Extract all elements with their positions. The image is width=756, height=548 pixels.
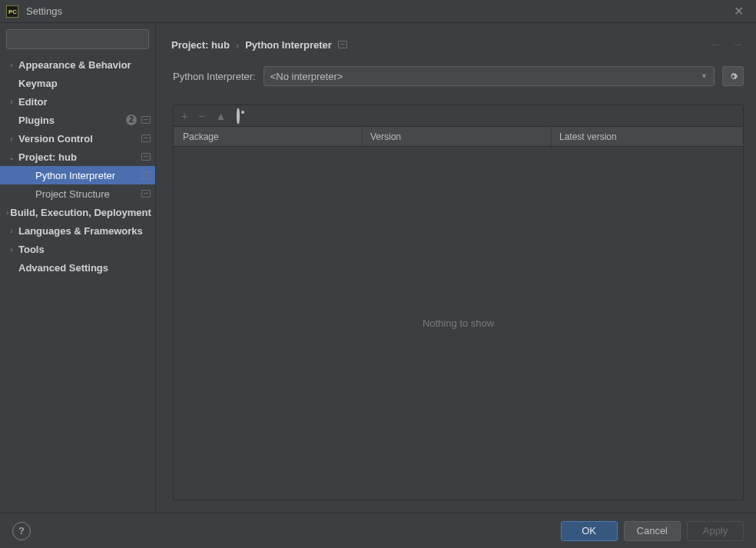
sidebar-item-label: Advanced Settings (18, 262, 151, 274)
sidebar-item-project-hub[interactable]: ⌄Project: hub (0, 148, 155, 166)
interpreter-label: Python Interpreter: (173, 71, 256, 82)
breadcrumb: Project: hub › Python Interpreter (171, 39, 710, 51)
sidebar-item-version-control[interactable]: ›Version Control (0, 129, 155, 148)
sidebar-item-label: Project: hub (18, 151, 140, 163)
gear-icon (728, 71, 739, 82)
app-icon: PC (6, 5, 18, 18)
sidebar-item-project-structure[interactable]: Project Structure (0, 184, 155, 203)
settings-content: Project: hub › Python Interpreter ← → Py… (156, 23, 756, 513)
sidebar-item-python-interpreter[interactable]: Python Interpreter (0, 166, 155, 184)
chevron-right-icon: › (6, 245, 17, 254)
dialog-footer: ? OK Cancel Apply (0, 513, 756, 548)
chevron-down-icon: ▼ (701, 72, 708, 80)
sidebar-item-label: Plugins (18, 115, 126, 126)
remove-package-button: − (198, 110, 204, 122)
packages-empty-text: Nothing to show (174, 147, 743, 500)
sidebar-item-label: Version Control (18, 133, 140, 144)
close-icon[interactable]: ✕ (728, 1, 750, 22)
interpreter-settings-button[interactable] (722, 66, 744, 86)
project-settings-indicator-icon (141, 171, 151, 179)
ok-button[interactable]: OK (561, 521, 618, 541)
sidebar-item-label: Appearance & Behavior (18, 59, 151, 71)
nav-forward-icon: → (731, 38, 744, 51)
sidebar-item-label: Tools (18, 244, 151, 255)
sidebar-item-label: Languages & Frameworks (18, 225, 151, 237)
eye-icon (237, 108, 240, 124)
chevron-right-icon: › (6, 227, 17, 235)
search-input[interactable] (6, 29, 149, 49)
sidebar-item-appearance-behavior[interactable]: ›Appearance & Behavior (0, 55, 155, 74)
svg-text:PC: PC (8, 8, 17, 15)
sidebar-item-keymap[interactable]: Keymap (0, 74, 155, 92)
project-settings-indicator-icon (141, 135, 151, 142)
col-version[interactable]: Version (363, 127, 552, 146)
interpreter-dropdown[interactable]: <No interpreter> ▼ (264, 66, 715, 86)
updates-badge: 2 (126, 115, 137, 125)
breadcrumb-page: Python Interpreter (245, 39, 332, 51)
sidebar-item-label: Editor (18, 96, 151, 108)
chevron-right-icon: › (6, 98, 17, 106)
chevron-right-icon: › (236, 39, 239, 51)
help-button[interactable]: ? (12, 522, 31, 540)
chevron-right-icon: › (6, 208, 8, 217)
breadcrumb-project[interactable]: Project: hub (171, 39, 230, 51)
col-package[interactable]: Package (174, 127, 363, 146)
project-settings-indicator-icon (141, 190, 151, 198)
chevron-right-icon: › (6, 135, 17, 143)
sidebar-item-advanced-settings[interactable]: Advanced Settings (0, 258, 155, 277)
sidebar-item-languages-frameworks[interactable]: ›Languages & Frameworks (0, 221, 155, 240)
sidebar-item-tools[interactable]: ›Tools (0, 240, 155, 258)
apply-button: Apply (687, 521, 744, 541)
chevron-down-icon: ⌄ (6, 153, 17, 161)
project-settings-indicator-icon (338, 41, 347, 48)
settings-sidebar: ›Appearance & BehaviorKeymap›EditorPlugi… (0, 23, 156, 513)
settings-tree: ›Appearance & BehaviorKeymap›EditorPlugi… (0, 54, 155, 513)
add-package-button: + (181, 110, 187, 122)
sidebar-item-editor[interactable]: ›Editor (0, 92, 155, 111)
sidebar-item-label: Project Structure (35, 188, 140, 200)
interpreter-value: <No interpreter> (270, 71, 343, 82)
sidebar-item-label: Keymap (18, 78, 151, 89)
sidebar-item-label: Build, Execution, Deployment (10, 207, 151, 218)
nav-back-icon: ← (710, 38, 722, 51)
window-title: Settings (26, 5, 728, 17)
project-settings-indicator-icon (141, 153, 151, 161)
titlebar: PC Settings ✕ (0, 0, 756, 23)
sidebar-item-build-execution-deployment[interactable]: ›Build, Execution, Deployment (0, 203, 155, 221)
show-early-releases-button[interactable] (237, 110, 240, 122)
sidebar-item-label: Python Interpreter (35, 170, 140, 181)
cancel-button[interactable]: Cancel (624, 521, 681, 541)
packages-table-header: Package Version Latest version (174, 127, 743, 147)
sidebar-item-plugins[interactable]: Plugins2 (0, 111, 155, 129)
col-latest[interactable]: Latest version (552, 127, 743, 146)
main-area: ›Appearance & BehaviorKeymap›EditorPlugi… (0, 23, 756, 513)
packages-panel: + − ▲ Package Version Latest version Not… (173, 105, 744, 500)
chevron-right-icon: › (6, 61, 17, 69)
upgrade-package-button: ▲ (215, 110, 226, 122)
project-settings-indicator-icon (141, 116, 151, 124)
